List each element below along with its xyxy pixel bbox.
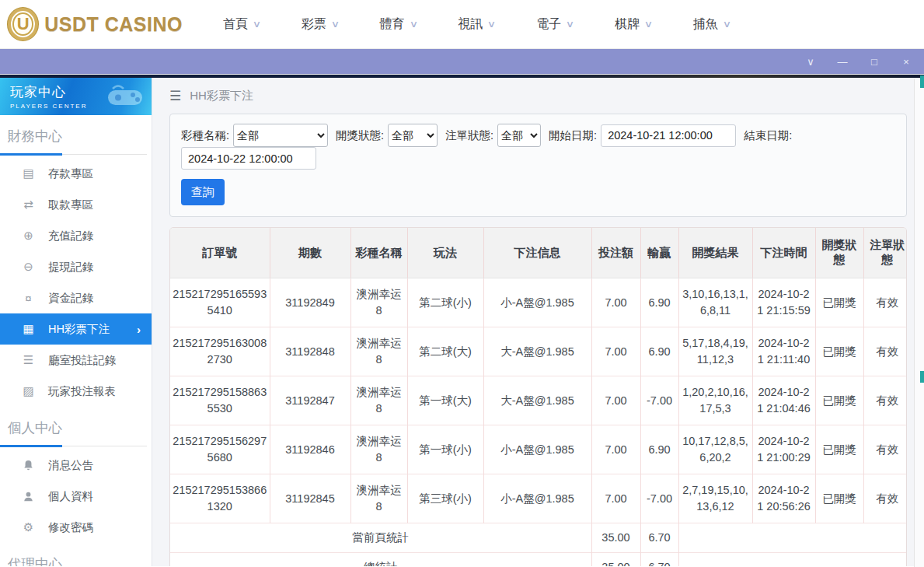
nav-item[interactable]: 電子∨ <box>536 16 574 33</box>
nav-item-label: 棋牌 <box>615 16 640 33</box>
hand-money-icon: ⇄ <box>21 198 36 212</box>
sidebar-item[interactable]: ⚙修改密碼 <box>0 512 152 543</box>
column-header: 彩種名稱 <box>350 228 407 278</box>
table-cell: 2024-10-21 20:56:26 <box>752 474 815 523</box>
column-header: 訂單號 <box>170 228 270 278</box>
table-cell: 第三球(小) <box>407 474 483 523</box>
table-cell: 有效 <box>863 376 907 425</box>
sidebar-item[interactable]: ☰廳室投註記錄 <box>0 345 152 376</box>
nav-item[interactable]: 首頁∨ <box>223 16 260 33</box>
order-status-label: 注單狀態: <box>445 128 493 143</box>
table-row: 215217295165593541031192849澳洲幸运8第二球(小)小-… <box>170 278 907 327</box>
sidebar-item-label: 個人資料 <box>48 489 93 504</box>
hamburger-icon[interactable]: ☰ <box>169 88 181 104</box>
table-cell: 31192849 <box>270 278 350 327</box>
column-header: 投注額 <box>591 228 640 278</box>
close-icon[interactable]: × <box>901 57 912 67</box>
minimize-icon[interactable]: — <box>837 57 848 67</box>
gear-icon: ⚙ <box>21 520 36 534</box>
brand-logo[interactable]: U USDT CASINO <box>8 8 183 40</box>
nav-item-label: 體育 <box>380 16 405 33</box>
summary-empty-cell <box>678 553 907 566</box>
end-date-input[interactable] <box>181 147 316 170</box>
room-list-icon: ☰ <box>21 353 36 367</box>
start-date-input[interactable] <box>601 124 736 147</box>
table-cell: 2024-10-21 21:00:29 <box>752 425 815 474</box>
scrollbar-track[interactable] <box>914 79 924 567</box>
sidebar-item[interactable]: 消息公告 <box>0 450 152 481</box>
table-cell: 小-A盤@1.985 <box>483 474 591 523</box>
table-cell: 已開獎 <box>815 474 863 523</box>
table-cell: 已開獎 <box>815 425 863 474</box>
table-cell: 小-A盤@1.985 <box>483 425 591 474</box>
chevron-down-icon: ∨ <box>644 19 653 30</box>
nav-item-label: 電子 <box>536 16 561 33</box>
chevron-down-icon: ∨ <box>566 19 574 30</box>
table-cell: 澳洲幸运8 <box>350 327 407 376</box>
search-button[interactable]: 查詢 <box>181 179 225 205</box>
nav-item[interactable]: 體育∨ <box>380 16 417 33</box>
table-cell: 6.90 <box>640 278 678 327</box>
nav-item[interactable]: 彩票∨ <box>302 16 339 33</box>
column-header: 注單狀態 <box>863 228 907 278</box>
table-cell: 2152172951655935410 <box>170 278 270 327</box>
table-cell: -7.00 <box>640 474 678 523</box>
nav-item[interactable]: 捕魚∨ <box>693 16 730 33</box>
sidebar-item[interactable]: ▦HH彩票下注› <box>0 313 152 345</box>
summary-label: 總統計 <box>170 553 591 566</box>
order-status-select[interactable]: 全部 <box>497 124 541 147</box>
sidebar-item[interactable]: ⊖提現記錄 <box>0 251 152 282</box>
table-cell: 澳洲幸运8 <box>350 425 407 474</box>
lottery-doc-icon: ▦ <box>21 322 36 336</box>
table-cell: -7.00 <box>640 376 678 425</box>
section-title: 代理中心 <box>0 543 147 566</box>
sidebar-item[interactable]: ¤資金記錄 <box>0 282 152 313</box>
sidebar-item-label: 資金記錄 <box>48 291 93 306</box>
table-cell: 7.00 <box>591 474 640 523</box>
column-header: 下注信息 <box>483 228 591 278</box>
table-cell: 第一球(小) <box>407 425 483 474</box>
table-row: 215217295158863553031192847澳洲幸运8第一球(大)大-… <box>170 376 907 425</box>
maximize-icon[interactable]: □ <box>869 57 880 67</box>
main-content: ☰ HH彩票下注 彩種名稱: 全部 開獎狀態: 全部 注單狀態: 全部 開始日期… <box>152 78 924 566</box>
draw-status-label: 開獎狀態: <box>336 128 384 143</box>
table-cell: 澳洲幸运8 <box>350 376 407 425</box>
page-title: HH彩票下注 <box>190 89 253 103</box>
lottery-name-select[interactable]: 全部 <box>233 124 328 147</box>
end-date-label: 結束日期: <box>744 128 792 143</box>
section-title: 財務中心 <box>0 115 147 155</box>
sidebar-item[interactable]: 個人資料 <box>0 481 152 512</box>
table-cell: 第二球(小) <box>407 278 483 327</box>
table-cell: 第二球(大) <box>407 327 483 376</box>
chevron-down-icon: ∨ <box>330 19 339 30</box>
brand-name: USDT CASINO <box>44 13 183 36</box>
table-cell: 2024-10-21 21:15:59 <box>752 278 815 327</box>
column-header: 玩法 <box>407 228 483 278</box>
report-chart-icon: ▨ <box>21 384 36 398</box>
draw-status-select[interactable]: 全部 <box>388 124 438 147</box>
top-header: U USDT CASINO 首頁∨彩票∨體育∨視訊∨電子∨棋牌∨捕魚∨ <box>0 0 924 49</box>
sidebar-item[interactable]: ⇄取款專區 <box>0 189 152 220</box>
nav-item[interactable]: 視訊∨ <box>458 16 495 33</box>
table-cell: 6.90 <box>640 327 678 376</box>
bell-icon <box>21 460 36 471</box>
sidebar-item-label: 提現記錄 <box>48 260 93 275</box>
summary-bet-total: 35.00 <box>591 553 640 566</box>
table-cell: 有效 <box>863 474 907 523</box>
chevron-down-icon[interactable]: ∨ <box>805 57 816 67</box>
chevron-down-icon: ∨ <box>253 19 261 30</box>
funds-icon: ¤ <box>21 292 36 305</box>
column-header: 下注時間 <box>752 228 815 278</box>
sidebar-item-label: 存款專區 <box>48 166 93 181</box>
window-edge-accent <box>920 371 924 383</box>
table-cell: 有效 <box>863 278 907 327</box>
sidebar-item[interactable]: ⊕充值記錄 <box>0 220 152 251</box>
sidebar-item[interactable]: ▨玩家投注報表 <box>0 376 152 407</box>
table-cell: 7.00 <box>591 376 640 425</box>
nav-item-label: 捕魚 <box>693 16 718 33</box>
nav-item[interactable]: 棋牌∨ <box>615 16 652 33</box>
nav-item-label: 首頁 <box>223 16 248 33</box>
table-cell: 31192845 <box>270 474 350 523</box>
sidebar-item[interactable]: ▤存款專區 <box>0 158 152 189</box>
table-cell: 7.00 <box>591 327 640 376</box>
